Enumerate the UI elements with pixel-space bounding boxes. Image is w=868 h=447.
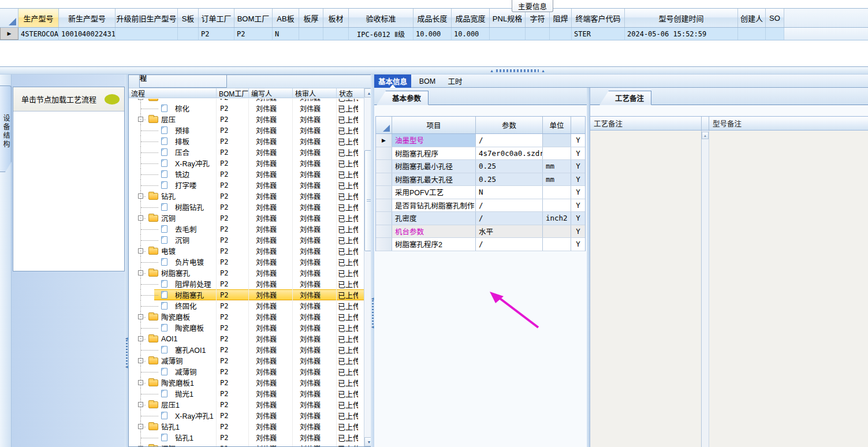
tree-node-cell[interactable]: - X-Ray冲孔1: [129, 410, 217, 421]
tree-row[interactable]: - 减薄铜 P2 刘伟巍 刘伟巍 已上传: [129, 355, 364, 366]
record-cell[interactable]: P2: [199, 28, 234, 40]
scroll-up-button[interactable]: ▲: [702, 132, 709, 139]
param-value-cell[interactable]: 4s7er0c0a0.szdrl: [476, 147, 543, 160]
param-value-cell[interactable]: /: [476, 134, 543, 147]
param-unit-cell[interactable]: [543, 225, 571, 238]
tree-row[interactable]: - 沉铜 P2 刘伟巍 刘伟巍 已上传: [129, 234, 364, 245]
tree-node-cell[interactable]: - 层压1: [129, 399, 217, 410]
param-unit-cell[interactable]: [543, 186, 571, 199]
tree-row[interactable]: - 树脂塞孔 P2 刘伟巍 刘伟巍 已上传: [129, 267, 364, 278]
tree-row[interactable]: - 陶瓷磨板 P2 刘伟巍 刘伟巍 已上传: [129, 311, 364, 322]
dock-tab-device-structure[interactable]: 设备结构: [0, 85, 12, 172]
param-item-cell[interactable]: 机台参数: [392, 225, 476, 238]
tree-row[interactable]: - X-Ray冲孔 P2 刘伟巍 刘伟巍 已上传: [129, 158, 364, 169]
param-item-cell[interactable]: 树脂塞孔程序2: [392, 238, 476, 251]
parameter-row[interactable]: 机台参数 水平 Y: [376, 225, 585, 239]
record-cell[interactable]: STER: [572, 28, 625, 40]
tree-collapse-icon[interactable]: -: [138, 336, 143, 341]
tree-node-cell[interactable]: - 树脂钻孔: [129, 202, 217, 213]
parameter-row[interactable]: 是否背钻孔树脂塞孔制作 / Y: [376, 199, 585, 213]
record-column-header[interactable]: 型号创建时间: [625, 9, 738, 27]
tree-node-cell[interactable]: - 沉铜: [129, 234, 217, 245]
col-header-auditor[interactable]: 核审人: [293, 88, 337, 98]
record-cell[interactable]: N: [273, 28, 299, 40]
param-unit-cell[interactable]: [543, 238, 571, 251]
tree-row[interactable]: - 终固化 P2 刘伟巍 刘伟巍 已上传: [129, 300, 364, 311]
record-cell[interactable]: [766, 28, 784, 40]
tree-collapse-icon[interactable]: -: [138, 314, 143, 319]
record-cell[interactable]: 10.000: [413, 28, 452, 40]
parameter-row[interactable]: 孔密度 / inch2 Y: [376, 212, 585, 225]
record-cell[interactable]: 10.000: [452, 28, 490, 40]
subtab-basic-params[interactable]: 基本参数: [377, 91, 429, 105]
param-unit-cell[interactable]: mm: [543, 173, 571, 186]
tree-row[interactable]: - 沉铜1 P2 刘伟巍 刘伟巍 已上传: [129, 443, 364, 446]
record-column-header[interactable]: 终端客户代码: [572, 9, 625, 27]
tree-node-cell[interactable]: - 陶瓷磨板: [129, 322, 217, 333]
tree-collapse-icon[interactable]: -: [138, 117, 143, 122]
tree-node-cell[interactable]: - 减薄铜: [129, 355, 217, 366]
col-header-unit[interactable]: 单位: [543, 117, 571, 133]
parameter-row[interactable]: ▶ 油墨型号 / Y: [376, 134, 585, 147]
tree-row[interactable]: - 阻焊前处理 P2 刘伟巍 刘伟巍 已上传: [129, 278, 364, 289]
tree-node-cell[interactable]: - 减薄铜: [129, 366, 217, 377]
tree-row[interactable]: - 去毛刺 P2 刘伟巍 刘伟巍 已上传: [129, 224, 364, 234]
param-value-cell[interactable]: /: [476, 238, 543, 251]
row-selector-cell[interactable]: [376, 173, 392, 186]
param-item-cell[interactable]: 树脂塞孔最大孔径: [392, 173, 476, 186]
row-selector-cell[interactable]: ▶: [0, 28, 18, 40]
tree-collapse-icon[interactable]: -: [138, 99, 143, 100]
param-item-cell[interactable]: 树脂塞孔最小孔径: [392, 160, 476, 173]
record-grid-data-row[interactable]: ▶ 4STEROCOAO10010400224316P2P2NIPC-6012 …: [0, 28, 868, 40]
param-item-cell[interactable]: 孔密度: [392, 212, 476, 225]
tree-row[interactable]: - AOI1 P2 刘伟巍 刘伟巍 已上传: [129, 333, 364, 344]
tree-node-cell[interactable]: - 排板: [129, 136, 217, 147]
tree-row[interactable]: - 陶瓷磨板 P2 刘伟巍 刘伟巍 已上传: [129, 322, 364, 333]
tree-node-cell[interactable]: - 钻孔: [129, 191, 217, 202]
param-value-cell[interactable]: N: [476, 186, 543, 199]
tree-row[interactable]: - 铣边 P2 刘伟巍 刘伟巍 已上传: [129, 169, 364, 180]
subtab-process-remark[interactable]: 工艺备注: [599, 91, 651, 105]
col-header-bom-factory[interactable]: BOM工厂: [217, 88, 249, 98]
parameter-row[interactable]: 树脂塞孔最小孔径 0.25 mm Y: [376, 160, 585, 173]
tree-node-cell[interactable]: - 塞孔AOI1: [129, 344, 217, 355]
record-cell[interactable]: 2024-05-06 15:52:59: [625, 28, 738, 40]
parameter-row[interactable]: 采用POFV工艺 N Y: [376, 186, 585, 199]
tree-node-cell[interactable]: - 钻孔1: [129, 421, 217, 432]
tree-node-cell[interactable]: - 阻焊前处理: [129, 278, 217, 289]
tree-row[interactable]: - 预排 P2 刘伟巍 刘伟巍 已上传: [129, 125, 364, 136]
tree-row[interactable]: - 负片电镀 P2 刘伟巍 刘伟巍 已上传: [129, 256, 364, 267]
tree-node-cell[interactable]: - 沉铜: [129, 213, 217, 224]
grid-select-all-cell[interactable]: [376, 117, 392, 133]
record-column-header[interactable]: S板: [178, 9, 199, 27]
process-flow-title-tab[interactable]: 【4STEROCOAO】工艺流程: [139, 74, 227, 88]
param-value-cell[interactable]: 0.25: [476, 160, 543, 173]
tree-node-cell[interactable]: - 铣边: [129, 169, 217, 180]
col-header-item[interactable]: 项目: [392, 117, 476, 133]
record-column-header[interactable]: SO: [766, 9, 784, 27]
tree-row[interactable]: - 沉铜 P2 刘伟巍 刘伟巍 已上传: [129, 213, 364, 224]
parameter-row[interactable]: 树脂塞孔程序 4s7er0c0a0.szdrl Y: [376, 147, 585, 161]
row-selector-cell[interactable]: [376, 212, 392, 225]
param-value-cell[interactable]: /: [476, 199, 543, 212]
param-value-cell[interactable]: 0.25: [476, 173, 543, 186]
tree-node-cell[interactable]: - 压合: [129, 147, 217, 158]
param-unit-cell[interactable]: mm: [543, 160, 571, 173]
record-column-header[interactable]: 新生产型号: [59, 9, 116, 27]
record-cell[interactable]: [178, 28, 199, 40]
select-all-cell[interactable]: [0, 9, 18, 27]
tree-row[interactable]: - 减薄铜 P2 刘伟巍 刘伟巍 已上传: [129, 366, 364, 377]
param-item-cell[interactable]: 树脂塞孔程序: [392, 147, 476, 160]
tree-row[interactable]: - 塞孔AOI1 P2 刘伟巍 刘伟巍 已上传: [129, 344, 364, 355]
tree-node-cell[interactable]: - 预排: [129, 125, 217, 136]
record-cell[interactable]: [738, 28, 766, 40]
record-cell[interactable]: [116, 28, 178, 40]
tree-row[interactable]: - 棕化 P2 刘伟巍 刘伟巍 已上传: [129, 103, 364, 114]
tree-row[interactable]: - 树脂塞孔 P2 刘伟巍 刘伟巍 已上传: [129, 289, 364, 300]
tab-bom[interactable]: BOM: [415, 74, 440, 88]
tree-collapse-icon[interactable]: -: [138, 193, 143, 199]
record-cell[interactable]: [526, 28, 550, 40]
tree-node-cell[interactable]: - 电镀: [129, 245, 217, 256]
tree-node-cell[interactable]: -: [129, 99, 217, 103]
tree-collapse-icon[interactable]: -: [138, 380, 143, 385]
